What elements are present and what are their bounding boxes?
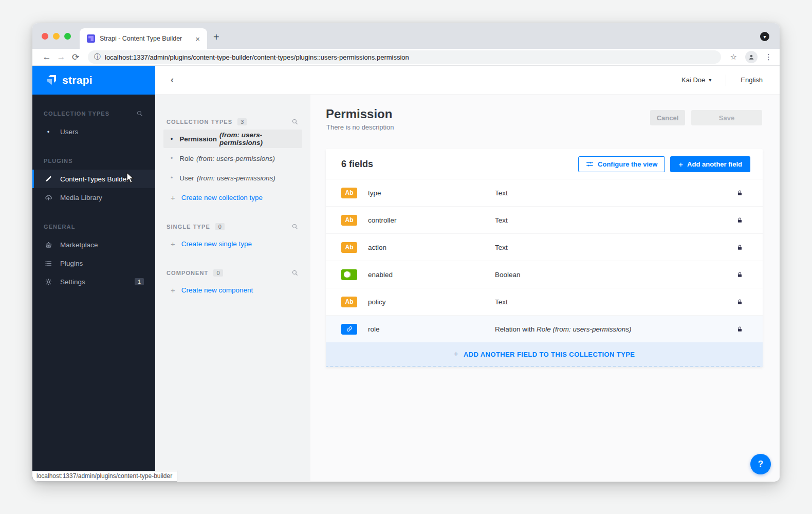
subnav-group-label: SINGLE TYPE bbox=[167, 224, 210, 230]
field-name: role bbox=[368, 325, 495, 333]
list-icon bbox=[44, 260, 53, 267]
plus-icon: + bbox=[171, 240, 175, 248]
create-link-create-new-collection-type[interactable]: +Create new collection type bbox=[163, 188, 302, 207]
text-field-type-icon: Ab bbox=[341, 297, 357, 307]
content-type-name: Role bbox=[179, 155, 194, 162]
field-type: Relation with Role (from: users-permissi… bbox=[495, 325, 736, 333]
field-row-policy[interactable]: AbpolicyText bbox=[326, 288, 763, 315]
plus-icon: + bbox=[171, 286, 175, 295]
site-info-icon[interactable]: ⓘ bbox=[94, 52, 101, 62]
bookmark-star-icon[interactable]: ☆ bbox=[730, 52, 737, 62]
close-tab-icon[interactable]: × bbox=[193, 34, 202, 43]
subnav-item-user[interactable]: •User(from: users-permissions) bbox=[163, 169, 302, 187]
field-type: Boolean bbox=[495, 271, 736, 279]
field-name: enabled bbox=[368, 271, 495, 279]
field-row-role[interactable]: roleRelation with Role (from: users-perm… bbox=[326, 315, 763, 342]
count-badge: 0 bbox=[213, 269, 223, 277]
content-type-origin: (from: users-permissions) bbox=[219, 131, 295, 146]
sidebar-section-label: GENERAL bbox=[32, 218, 155, 235]
tab-title: Strapi - Content Type Builder bbox=[100, 35, 193, 42]
sidebar-section-label: COLLECTION TYPES bbox=[32, 105, 155, 122]
create-link-create-new-single-type[interactable]: +Create new single type bbox=[163, 234, 302, 253]
user-name: Kai Doe bbox=[681, 76, 705, 84]
count-badge: 0 bbox=[215, 223, 225, 230]
sidebar-item-media-library[interactable]: Media Library bbox=[32, 188, 155, 207]
cloud-upload-icon bbox=[44, 194, 53, 201]
strapi-logo: strapi bbox=[32, 66, 155, 95]
browser-update-icon[interactable]: ▾ bbox=[760, 32, 769, 41]
minimize-window-button[interactable] bbox=[53, 33, 60, 40]
person-icon bbox=[748, 53, 755, 61]
sidebar-item-marketplace[interactable]: Marketplace bbox=[32, 235, 155, 254]
language-switcher[interactable]: English bbox=[741, 76, 763, 84]
sidebar-item-label: Plugins bbox=[60, 260, 83, 267]
add-field-footer-button[interactable]: + ADD ANOTHER FIELD TO THIS COLLECTION T… bbox=[326, 342, 763, 367]
help-button[interactable]: ? bbox=[750, 454, 771, 474]
fields-count: 6 fields bbox=[341, 159, 373, 170]
forward-button[interactable]: → bbox=[54, 52, 68, 62]
content-types-subnav: COLLECTION TYPES3•Permission(from: users… bbox=[155, 95, 310, 481]
sidebar-item-label: Settings bbox=[60, 278, 85, 286]
content-type-origin: (from: users-permissions) bbox=[197, 174, 275, 182]
bullet-icon: • bbox=[171, 135, 173, 142]
plus-icon: + bbox=[454, 350, 458, 359]
sidebar-item-label: Marketplace bbox=[60, 241, 98, 249]
app-header: strapi ‹ Kai Doe ▾ English bbox=[32, 66, 780, 95]
mouse-cursor bbox=[126, 172, 135, 183]
browser-profile-avatar[interactable] bbox=[745, 51, 758, 63]
field-row-controller[interactable]: AbcontrollerText bbox=[326, 206, 763, 233]
create-link-label: Create new single type bbox=[181, 240, 252, 248]
relation-field-type-icon bbox=[341, 324, 357, 335]
create-link-create-new-component[interactable]: +Create new component bbox=[163, 281, 302, 299]
field-name: policy bbox=[368, 298, 495, 306]
field-row-action[interactable]: AbactionText bbox=[326, 233, 763, 261]
app-topbar: ‹ Kai Doe ▾ English bbox=[155, 66, 780, 95]
link-status-tooltip: localhost:1337/admin/plugins/content-typ… bbox=[32, 471, 177, 482]
lock-icon bbox=[736, 271, 743, 278]
cancel-button[interactable]: Cancel bbox=[650, 110, 685, 125]
subnav-item-role[interactable]: •Role(from: users-permissions) bbox=[163, 149, 302, 168]
count-badge: 3 bbox=[237, 118, 247, 125]
lock-icon bbox=[736, 299, 743, 305]
close-window-button[interactable] bbox=[42, 33, 48, 40]
save-button[interactable]: Save bbox=[691, 110, 762, 125]
search-icon[interactable] bbox=[136, 110, 144, 118]
main-content: Permission There is no description Cance… bbox=[310, 95, 780, 481]
field-name: controller bbox=[368, 216, 495, 224]
sidebar-item-users[interactable]: •Users bbox=[32, 122, 155, 141]
notification-badge: 1 bbox=[135, 278, 144, 285]
page-subtitle: There is no description bbox=[326, 123, 394, 131]
search-icon[interactable] bbox=[291, 223, 299, 231]
window-controls bbox=[42, 33, 71, 40]
lock-icon bbox=[736, 217, 743, 224]
sidebar-item-content-types-builder[interactable]: Content-Types Builder bbox=[32, 170, 155, 188]
reload-button[interactable]: ⟳ bbox=[68, 52, 83, 63]
add-another-field-button[interactable]: + Add another field bbox=[670, 156, 750, 172]
bullet-icon: • bbox=[171, 155, 173, 162]
header-divider bbox=[726, 75, 726, 86]
back-button[interactable]: ← bbox=[40, 52, 54, 62]
maximize-window-button[interactable] bbox=[64, 33, 71, 40]
field-row-type[interactable]: AbtypeText bbox=[326, 179, 763, 206]
browser-tab[interactable]: Strapi - Content Type Builder × bbox=[80, 28, 207, 49]
subnav-item-permission[interactable]: •Permission(from: users-permissions) bbox=[163, 130, 302, 148]
plus-icon: + bbox=[678, 160, 683, 169]
new-tab-button[interactable]: + bbox=[213, 32, 219, 42]
address-bar[interactable]: ⓘ localhost:1337/admin/plugins/content-t… bbox=[88, 50, 721, 64]
gear-icon bbox=[44, 278, 53, 286]
browser-menu-icon[interactable]: ⋮ bbox=[765, 52, 772, 62]
browser-tabstrip: Strapi - Content Type Builder × + ▾ bbox=[32, 23, 780, 49]
strapi-logo-text: strapi bbox=[62, 74, 93, 86]
back-chevron-icon[interactable]: ‹ bbox=[171, 75, 174, 85]
sidebar-item-settings[interactable]: Settings1 bbox=[32, 272, 155, 291]
user-menu[interactable]: Kai Doe ▾ bbox=[681, 76, 711, 84]
subnav-group-label: COMPONENT bbox=[167, 270, 208, 276]
sidebar-item-plugins[interactable]: Plugins bbox=[32, 254, 155, 272]
browser-window: Strapi - Content Type Builder × + ▾ ← → … bbox=[32, 23, 780, 482]
browser-toolbar: ← → ⟳ ⓘ localhost:1337/admin/plugins/con… bbox=[32, 49, 780, 66]
sliders-icon bbox=[586, 160, 594, 168]
search-icon[interactable] bbox=[291, 269, 299, 277]
field-row-enabled[interactable]: enabledBoolean bbox=[326, 261, 763, 288]
configure-view-button[interactable]: Configure the view bbox=[578, 156, 665, 172]
search-icon[interactable] bbox=[291, 118, 299, 126]
